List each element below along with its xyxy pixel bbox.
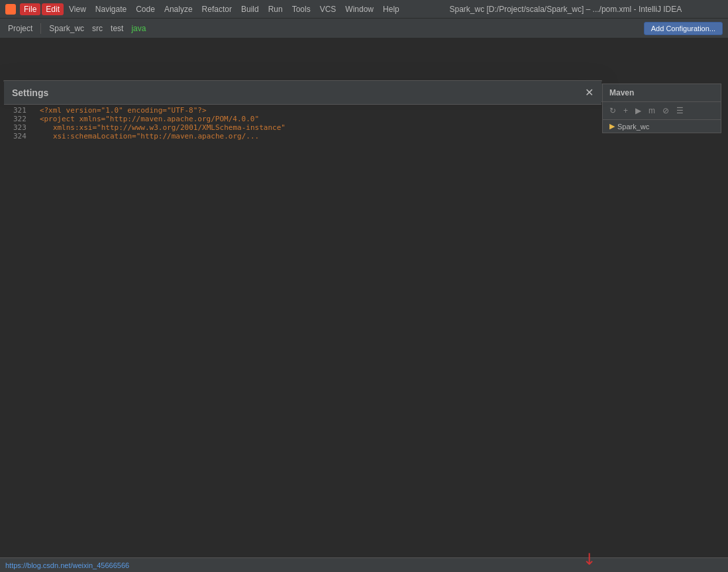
settings-dialog: Settings ✕ ▶ Appearance & Behavior Keyma… <box>3 80 602 82</box>
maven-panel-title: Maven <box>603 84 721 102</box>
path-src: src <box>89 23 105 34</box>
secondary-toolbar: Project Spark_wc src test java Add Confi… <box>0 19 728 38</box>
maven-project-icon: ▶ <box>609 122 615 131</box>
settings-header: Settings ✕ <box>4 81 601 105</box>
maven-reload-btn[interactable]: ↻ <box>607 105 619 117</box>
maven-settings-btn[interactable]: ☰ <box>674 105 686 117</box>
bottom-url: https://blog.csdn.net/weixin_45666566 <box>5 561 129 569</box>
maven-project-item[interactable]: ▶ Spark_wc <box>603 120 721 133</box>
menu-analyze[interactable]: Analyze <box>160 3 197 15</box>
menu-navigate[interactable]: Navigate <box>91 3 130 15</box>
maven-panel-toolbar: ↻ + ▶ m ⊘ ☰ <box>603 102 721 120</box>
menu-vcs[interactable]: VCS <box>316 3 340 15</box>
project-name: Spark_wc <box>46 23 87 34</box>
maven-project-name: Spark_wc <box>617 123 649 131</box>
menu-edit[interactable]: Edit <box>42 3 64 15</box>
settings-close-button[interactable]: ✕ <box>585 86 594 99</box>
settings-dialog-title: Settings <box>12 87 48 98</box>
status-bar: https://blog.csdn.net/weixin_45666566 ↖ <box>0 557 728 572</box>
menu-bar: File Edit View Navigate Code Analyze Ref… <box>20 3 403 15</box>
maven-run-btn[interactable]: ▶ <box>633 105 644 117</box>
toolbar-separator <box>40 23 41 34</box>
title-bar: File Edit View Navigate Code Analyze Ref… <box>0 0 728 19</box>
menu-file[interactable]: File <box>20 3 40 15</box>
window-title: Spark_wc [D:/Project/scala/Spark_wc] – .… <box>409 5 723 14</box>
path-java: java <box>129 23 148 34</box>
menu-code[interactable]: Code <box>132 3 159 15</box>
menu-tools[interactable]: Tools <box>288 3 315 15</box>
app-logo <box>5 4 16 15</box>
menu-run[interactable]: Run <box>264 3 287 15</box>
maven-m-btn[interactable]: m <box>646 105 658 117</box>
maven-skip-btn[interactable]: ⊘ <box>660 105 672 117</box>
menu-build[interactable]: Build <box>237 3 263 15</box>
add-configuration-button[interactable]: Add Configuration... <box>644 22 723 35</box>
project-label[interactable]: Project <box>5 23 35 34</box>
path-test: test <box>108 23 126 34</box>
menu-view[interactable]: View <box>65 3 90 15</box>
menu-window[interactable]: Window <box>341 3 378 15</box>
menu-refactor[interactable]: Refactor <box>198 3 236 15</box>
maven-add-btn[interactable]: + <box>621 105 631 117</box>
menu-help[interactable]: Help <box>379 3 403 15</box>
